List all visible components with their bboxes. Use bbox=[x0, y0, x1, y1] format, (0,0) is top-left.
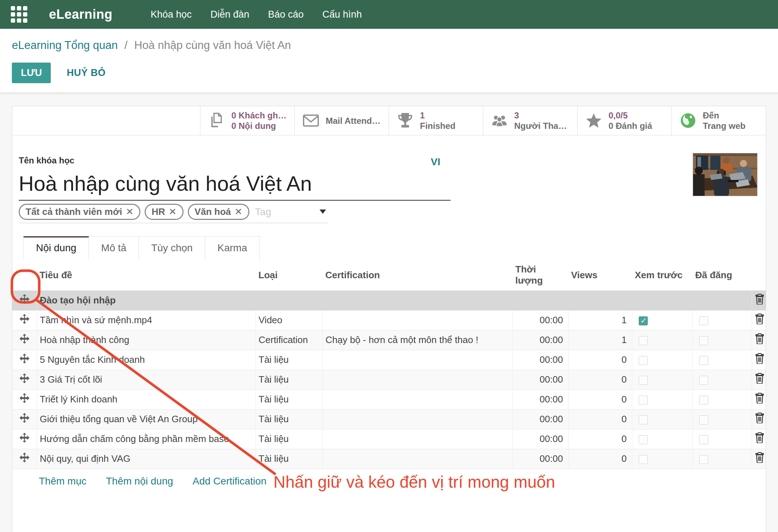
nav-item-courses[interactable]: Khóa học bbox=[151, 9, 192, 20]
content-title[interactable]: Hướng dẫn chấm công bằng phần mềm base bbox=[37, 429, 255, 449]
stat-guests-value: 0 Khách gh… bbox=[231, 111, 286, 120]
preview-checkbox[interactable] bbox=[639, 316, 648, 325]
section-row[interactable]: Đào tạo hội nhập bbox=[12, 290, 766, 310]
published-checkbox[interactable] bbox=[699, 376, 708, 385]
tag-remove-icon[interactable]: ✕ bbox=[235, 206, 243, 217]
trash-icon[interactable] bbox=[752, 350, 766, 370]
published-checkbox[interactable] bbox=[699, 316, 708, 325]
tags-field[interactable]: Tất cả thành viên mới ✕ HR ✕ Văn hoá ✕ T… bbox=[19, 204, 328, 223]
add-certification-link[interactable]: Add Certification bbox=[193, 475, 266, 487]
trash-icon[interactable] bbox=[752, 310, 766, 330]
content-title[interactable]: Nội quy, qui định VAG bbox=[37, 449, 255, 469]
trash-icon[interactable] bbox=[752, 449, 766, 469]
nav-item-reports[interactable]: Báo cáo bbox=[268, 9, 304, 20]
discard-button[interactable]: HUỶ BỎ bbox=[67, 67, 105, 78]
tag-label: Văn hoá bbox=[195, 206, 231, 217]
content-row[interactable]: Hướng dẫn chấm công bằng phần mềm base T… bbox=[12, 429, 766, 449]
content-row[interactable]: Giới thiệu tổng quan về Việt An Group Tà… bbox=[12, 409, 766, 429]
published-checkbox[interactable] bbox=[699, 435, 708, 444]
tab-karma[interactable]: Karma bbox=[205, 236, 259, 260]
content-row[interactable]: Tầm nhìn và sứ mệnh.mp4 Video 00:00 1 bbox=[12, 310, 766, 330]
content-title[interactable]: 3 Giá Trị cốt lõi bbox=[37, 370, 255, 389]
content-row[interactable]: 5 Nguyên tắc Kinh doanh Tài liệu 00:00 0 bbox=[12, 350, 766, 370]
trash-icon[interactable] bbox=[752, 429, 766, 449]
tag-pill: Tất cả thành viên mới ✕ bbox=[19, 204, 140, 220]
drag-handle-icon[interactable] bbox=[12, 449, 37, 469]
course-title-input[interactable]: Hoà nhập cùng văn hoá Việt An bbox=[19, 169, 451, 201]
drag-handle-icon[interactable] bbox=[12, 350, 37, 370]
stat-mail-label: Mail Attend… bbox=[326, 116, 380, 126]
trash-icon[interactable] bbox=[752, 370, 766, 389]
stat-rating-button[interactable]: 0,0/5 0 Đánh giá bbox=[577, 106, 671, 135]
tab-options[interactable]: Tùy chọn bbox=[139, 236, 205, 260]
preview-checkbox[interactable] bbox=[639, 396, 648, 405]
preview-checkbox[interactable] bbox=[639, 415, 648, 424]
published-checkbox[interactable] bbox=[699, 356, 708, 365]
preview-checkbox[interactable] bbox=[639, 435, 648, 444]
content-duration[interactable]: 00:00 bbox=[512, 370, 568, 389]
content-title[interactable]: Tầm nhìn và sứ mệnh.mp4 bbox=[37, 310, 255, 330]
published-checkbox[interactable] bbox=[699, 396, 708, 405]
save-button[interactable]: LƯU bbox=[12, 63, 51, 83]
app-title: eLearning bbox=[49, 7, 113, 22]
stat-mail-attendees-button[interactable]: Mail Attend… bbox=[294, 106, 389, 135]
nav-item-settings[interactable]: Cấu hình bbox=[322, 9, 362, 20]
apps-grid-icon[interactable] bbox=[11, 6, 27, 23]
add-section-link[interactable]: Thêm mục bbox=[39, 475, 86, 487]
preview-checkbox[interactable] bbox=[639, 455, 648, 464]
content-row[interactable]: Hoà nhập thành công Certification Chạy b… bbox=[12, 330, 766, 350]
drag-handle-icon[interactable] bbox=[12, 330, 37, 350]
content-duration[interactable]: 00:00 bbox=[512, 429, 568, 449]
stat-guests-content-button[interactable]: 0 Khách gh… 0 Nội dung bbox=[200, 106, 294, 135]
content-duration[interactable]: 00:00 bbox=[512, 389, 568, 409]
content-certification bbox=[322, 409, 512, 429]
stat-attendees-button[interactable]: 3 Người Tha… bbox=[483, 106, 577, 135]
content-row[interactable]: Nội quy, qui định VAG Tài liệu 00:00 0 bbox=[12, 449, 766, 469]
published-cell bbox=[692, 389, 752, 409]
drag-handle-icon[interactable] bbox=[12, 409, 37, 429]
trash-icon[interactable] bbox=[752, 409, 766, 429]
nav-menu: Khóa học Diễn đàn Báo cáo Cấu hình bbox=[151, 9, 362, 20]
published-checkbox[interactable] bbox=[699, 455, 708, 464]
tab-content[interactable]: Nội dung bbox=[23, 236, 89, 260]
content-title[interactable]: Giới thiệu tổng quan về Việt An Group bbox=[37, 409, 255, 429]
preview-checkbox[interactable] bbox=[639, 356, 648, 365]
chevron-down-icon[interactable] bbox=[320, 209, 326, 214]
drag-handle-icon[interactable] bbox=[12, 290, 37, 310]
add-content-link[interactable]: Thêm nội dung bbox=[106, 475, 173, 487]
course-name-label: Tên khóa học bbox=[19, 155, 759, 166]
preview-checkbox[interactable] bbox=[639, 336, 648, 345]
drag-handle-icon[interactable] bbox=[12, 389, 37, 409]
drag-handle-icon[interactable] bbox=[12, 370, 37, 389]
tag-remove-icon[interactable]: ✕ bbox=[126, 206, 134, 217]
drag-handle-icon[interactable] bbox=[12, 429, 37, 449]
content-duration[interactable]: 00:00 bbox=[512, 409, 568, 429]
trash-icon[interactable] bbox=[752, 330, 766, 350]
published-checkbox[interactable] bbox=[699, 336, 708, 345]
content-title[interactable]: Hoà nhập thành công bbox=[37, 330, 255, 350]
trash-icon[interactable] bbox=[752, 290, 766, 310]
content-duration[interactable]: 00:00 bbox=[512, 310, 568, 330]
content-title[interactable]: 5 Nguyên tắc Kinh doanh bbox=[37, 350, 255, 370]
content-title[interactable]: Triết lý Kinh doanh bbox=[37, 389, 255, 409]
tag-pill: Văn hoá ✕ bbox=[188, 204, 249, 220]
tab-description[interactable]: Mô tả bbox=[89, 236, 139, 260]
content-duration[interactable]: 00:00 bbox=[512, 330, 568, 350]
published-checkbox[interactable] bbox=[699, 415, 708, 424]
tag-input-placeholder[interactable]: Tag bbox=[255, 206, 271, 218]
trash-icon[interactable] bbox=[752, 389, 766, 409]
breadcrumb-parent-link[interactable]: eLearning Tổng quan bbox=[12, 39, 118, 51]
tag-label: Tất cả thành viên mới bbox=[26, 206, 122, 217]
stat-finished-button[interactable]: 1 Finished bbox=[389, 106, 483, 135]
tag-remove-icon[interactable]: ✕ bbox=[169, 206, 177, 217]
language-badge[interactable]: VI bbox=[431, 156, 440, 168]
drag-handle-icon[interactable] bbox=[12, 310, 37, 330]
content-duration[interactable]: 00:00 bbox=[512, 449, 568, 469]
stat-rating-value: 0,0/5 bbox=[609, 111, 628, 120]
content-duration[interactable]: 00:00 bbox=[512, 350, 568, 370]
go-to-website-button[interactable]: Đến Trang web bbox=[671, 106, 766, 135]
preview-checkbox[interactable] bbox=[639, 376, 648, 385]
content-row[interactable]: 3 Giá Trị cốt lõi Tài liệu 00:00 0 bbox=[12, 370, 766, 389]
content-row[interactable]: Triết lý Kinh doanh Tài liệu 00:00 0 bbox=[12, 389, 766, 409]
nav-item-forum[interactable]: Diễn đàn bbox=[211, 9, 249, 20]
